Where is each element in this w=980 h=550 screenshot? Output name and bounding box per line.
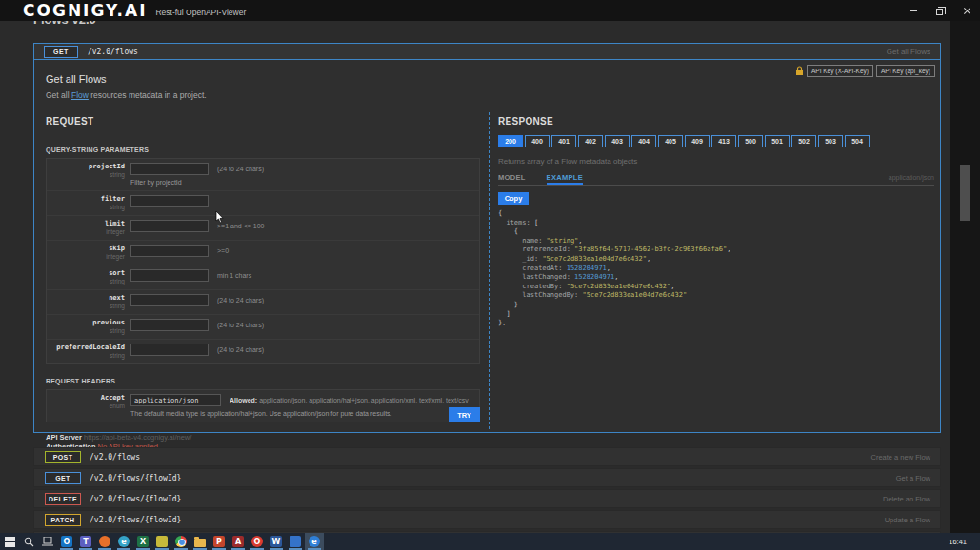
- app-subtitle: Rest-ful OpenAPI-Viewer: [155, 8, 246, 17]
- code-line-7: lastChanged: 1528204971,: [498, 273, 934, 283]
- method-badge-delete-2: DELETE: [45, 493, 81, 505]
- limit-input[interactable]: [130, 220, 209, 232]
- window-controls: [900, 0, 980, 21]
- column-divider: [489, 112, 490, 429]
- status-button-504[interactable]: 504: [845, 135, 870, 147]
- photos-taskbar-button[interactable]: [286, 533, 305, 550]
- projectId-input[interactable]: [130, 163, 209, 175]
- status-button-409[interactable]: 409: [685, 135, 710, 147]
- status-button-503[interactable]: 503: [818, 135, 843, 147]
- next-input[interactable]: [130, 294, 209, 306]
- scrollbar-thumb[interactable]: [960, 165, 970, 221]
- status-button-501[interactable]: 501: [765, 135, 790, 147]
- teams-icon: T: [80, 536, 91, 547]
- minimize-button[interactable]: [900, 0, 927, 21]
- param-main-cell: (24 to 24 chars)Filter by projectId: [130, 163, 479, 186]
- sort-input[interactable]: [130, 269, 209, 282]
- status-button-405[interactable]: 405: [658, 135, 683, 147]
- word-taskbar-button[interactable]: W: [267, 533, 286, 550]
- status-button-500[interactable]: 500: [738, 135, 763, 147]
- param-type: integer: [47, 228, 125, 235]
- tab-example[interactable]: EXAMPLE: [547, 170, 583, 185]
- status-button-400[interactable]: 400: [525, 135, 550, 147]
- endpoint-summary: Update a Flow: [885, 516, 930, 524]
- chrome-taskbar-button[interactable]: [171, 533, 190, 550]
- close-button[interactable]: [953, 0, 980, 21]
- param-input-line: (24 to 24 chars): [130, 163, 479, 175]
- param-type: integer: [47, 253, 125, 260]
- preferredLocaleId-input[interactable]: [130, 344, 209, 356]
- auth-badge-0[interactable]: API Key (X-API-Key): [807, 65, 873, 77]
- api-server-url[interactable]: https://api-beta-v4.cognigy.ai/new/: [84, 433, 191, 442]
- status-button-404[interactable]: 404: [631, 135, 656, 147]
- header-main-cell: Allowed: application/json, application/h…: [130, 394, 479, 417]
- accept-header-input[interactable]: [130, 394, 221, 406]
- firefox-taskbar-button[interactable]: [95, 533, 114, 550]
- excel-taskbar-button[interactable]: X: [133, 533, 152, 550]
- param-input-line: min 1 chars: [130, 269, 479, 282]
- taskbar-clock[interactable]: 16:41: [949, 533, 980, 550]
- section-heading-text: Flows v2.0: [33, 21, 224, 27]
- search-button[interactable]: [19, 533, 38, 550]
- endpoint-header[interactable]: GET /v2.0/flows Get all Flows: [34, 44, 940, 60]
- minimize-icon: [910, 10, 917, 11]
- teams-taskbar-button[interactable]: T: [76, 533, 95, 550]
- method-badge-get-1: GET: [45, 472, 81, 484]
- endpoint-summary: Create a new Flow: [870, 453, 930, 462]
- param-input-line: >=0: [130, 245, 479, 257]
- api-server-label: API Server: [46, 433, 82, 442]
- param-main-cell: >=1 and <= 100: [130, 220, 479, 235]
- edge-active-taskbar-button[interactable]: e: [305, 533, 324, 550]
- powerpoint-taskbar-button[interactable]: P: [210, 533, 229, 550]
- outlook-taskbar-button[interactable]: O: [57, 533, 76, 550]
- start-button[interactable]: [0, 533, 19, 550]
- opera-taskbar-button[interactable]: O: [248, 533, 267, 550]
- screen: COGNIGY.AI Rest-ful OpenAPI-Viewer Flows…: [0, 0, 980, 550]
- section-heading-clipped: Flows v2.0: [33, 21, 224, 28]
- param-label-cell: projectIdstring: [47, 163, 130, 186]
- skip-input[interactable]: [130, 245, 209, 257]
- param-main-cell: >=0: [130, 245, 479, 260]
- edge-taskbar-button[interactable]: e: [114, 533, 133, 550]
- file-explorer-taskbar-button[interactable]: [190, 533, 210, 550]
- status-button-413[interactable]: 413: [711, 135, 736, 147]
- param-hint: (24 to 24 chars): [217, 297, 264, 304]
- param-type: string: [47, 327, 125, 334]
- header-type: enum: [47, 403, 125, 409]
- endpoint-row-patch-v2-0-flows-flowid[interactable]: PATCH/v2.0/flows/{flowId}Update a Flow: [33, 510, 941, 529]
- restore-button[interactable]: [927, 0, 953, 21]
- auth-badge-1[interactable]: API Key (api_key): [876, 65, 935, 77]
- taskbar: OTeXPAOWe 16:41: [0, 533, 980, 550]
- notes-taskbar-button[interactable]: [152, 533, 171, 550]
- flow-link[interactable]: Flow: [71, 90, 89, 100]
- endpoint-row-delete-v2-0-flows-flowid[interactable]: DELETE/v2.0/flows/{flowId}Delete an Flow: [33, 489, 941, 508]
- previous-input[interactable]: [130, 319, 209, 331]
- param-row-filter: filterstring: [47, 191, 479, 216]
- status-button-403[interactable]: 403: [605, 135, 630, 147]
- access-taskbar-button[interactable]: A: [229, 533, 248, 550]
- endpoint-row-post-v2-0-flows[interactable]: POST/v2.0/flowsCreate a new Flow: [33, 447, 941, 466]
- task-view-button[interactable]: [38, 533, 57, 550]
- code-line-6: createdAt: 1528204971,: [498, 265, 934, 274]
- try-button[interactable]: TRY: [449, 407, 480, 422]
- copy-button[interactable]: Copy: [498, 192, 529, 205]
- param-label-cell: filterstring: [47, 195, 130, 210]
- status-button-402[interactable]: 402: [578, 135, 603, 147]
- endpoint-path: /v2.0/flows: [90, 453, 140, 462]
- filter-input[interactable]: [130, 195, 209, 207]
- example-json-code: { items: [ { name: "string", referenceId…: [498, 209, 934, 328]
- outlook-icon: O: [61, 536, 72, 547]
- endpoint-path: /v2.0/flows/{flowId}: [90, 495, 181, 503]
- param-name: limit: [47, 220, 125, 227]
- status-button-200[interactable]: 200: [498, 135, 523, 147]
- tab-model[interactable]: MODEL: [498, 170, 526, 185]
- param-input-line: (24 to 24 chars): [130, 294, 479, 306]
- status-button-401[interactable]: 401: [551, 135, 576, 147]
- status-button-502[interactable]: 502: [791, 135, 816, 147]
- cognigy-logo: COGNIGY.AI: [23, 0, 147, 21]
- endpoint-summary: Get a Flow: [896, 474, 930, 482]
- firefox-icon: [99, 536, 110, 547]
- header-name: Accept: [47, 394, 125, 402]
- param-name: skip: [47, 245, 125, 252]
- endpoint-row-get-v2-0-flows-flowid[interactable]: GET/v2.0/flows/{flowId}Get a Flow: [33, 468, 941, 487]
